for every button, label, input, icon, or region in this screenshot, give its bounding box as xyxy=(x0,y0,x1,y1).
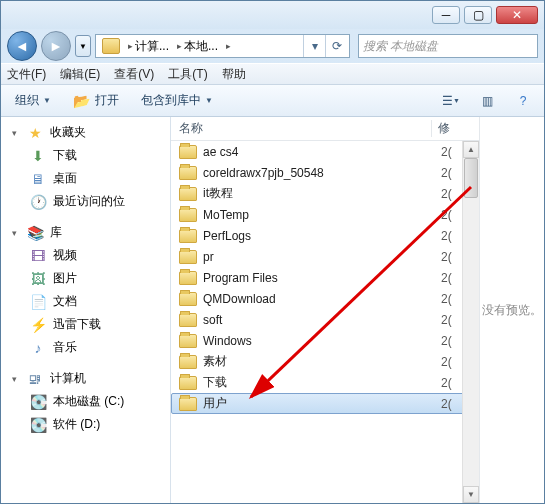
scroll-thumb[interactable] xyxy=(464,158,478,198)
computer-group[interactable]: ▾ 🖳 计算机 xyxy=(1,367,170,390)
path-icon xyxy=(102,38,120,54)
file-name: 用户 xyxy=(203,395,435,412)
collapse-icon: ▾ xyxy=(9,127,20,138)
minimize-button[interactable]: ─ xyxy=(432,6,460,24)
refresh-button[interactable]: ⟳ xyxy=(325,35,347,57)
col-name[interactable]: 名称 xyxy=(179,120,431,137)
folder-icon xyxy=(179,271,197,285)
menu-edit[interactable]: 编辑(E) xyxy=(60,66,100,83)
menu-help[interactable]: 帮助 xyxy=(222,66,246,83)
folder-icon xyxy=(179,292,197,306)
library-icon: 📚 xyxy=(26,225,44,241)
col-modified[interactable]: 修 xyxy=(431,120,471,137)
computer-icon: 🖳 xyxy=(26,371,44,387)
file-row[interactable]: Windows2( xyxy=(171,330,479,351)
search-input[interactable]: 搜索 本地磁盘 xyxy=(358,34,538,58)
file-row[interactable]: ae cs42( xyxy=(171,141,479,162)
file-name: Program Files xyxy=(203,271,435,285)
nav-music[interactable]: ♪音乐 xyxy=(1,336,170,359)
command-bar: 组织▼ 📂打开 包含到库中▼ ☰ ▼ ▥ ? xyxy=(1,85,544,117)
file-row[interactable]: MoTemp2( xyxy=(171,204,479,225)
nav-desktop[interactable]: 🖥桌面 xyxy=(1,167,170,190)
nav-documents[interactable]: 📄文档 xyxy=(1,290,170,313)
nav-downloads[interactable]: ⬇下载 xyxy=(1,144,170,167)
file-row[interactable]: coreldrawx7pjb_505482( xyxy=(171,162,479,183)
nav-video[interactable]: 🎞视频 xyxy=(1,244,170,267)
nav-tree: ▾ ★ 收藏夹 ⬇下载 🖥桌面 🕐最近访问的位 ▾ 📚 库 🎞视频 🖼图片 📄文… xyxy=(1,117,171,503)
address-bar[interactable]: ▸计算... ▸本地... ▸ ▾ ⟳ xyxy=(95,34,350,58)
menu-view[interactable]: 查看(V) xyxy=(114,66,154,83)
libraries-group[interactable]: ▾ 📚 库 xyxy=(1,221,170,244)
body: ▾ ★ 收藏夹 ⬇下载 🖥桌面 🕐最近访问的位 ▾ 📚 库 🎞视频 🖼图片 📄文… xyxy=(1,117,544,503)
view-mode-button[interactable]: ☰ ▼ xyxy=(438,90,464,112)
file-name: pr xyxy=(203,250,435,264)
file-name: 下载 xyxy=(203,374,435,391)
breadcrumb-seg[interactable]: 本地... xyxy=(184,38,218,55)
file-name: soft xyxy=(203,313,435,327)
folder-open-icon: 📂 xyxy=(73,93,91,109)
nav-thunder[interactable]: ⚡迅雷下载 xyxy=(1,313,170,336)
menu-tools[interactable]: 工具(T) xyxy=(168,66,207,83)
nav-pictures[interactable]: 🖼图片 xyxy=(1,267,170,290)
music-icon: ♪ xyxy=(29,340,47,356)
include-button[interactable]: 包含到库中▼ xyxy=(135,90,219,111)
folder-icon xyxy=(179,187,197,201)
folder-icon xyxy=(179,334,197,348)
nav-recent[interactable]: 🕐最近访问的位 xyxy=(1,190,170,213)
nav-toolbar: ◄ ► ▼ ▸计算... ▸本地... ▸ ▾ ⟳ 搜索 本地磁盘 xyxy=(1,29,544,63)
file-name: it教程 xyxy=(203,185,435,202)
forward-button[interactable]: ► xyxy=(41,31,71,61)
file-row[interactable]: PerfLogs2( xyxy=(171,225,479,246)
preview-pane-button[interactable]: ▥ xyxy=(474,90,500,112)
file-row[interactable]: soft2( xyxy=(171,309,479,330)
collapse-icon: ▾ xyxy=(9,227,20,238)
file-row[interactable]: QMDownload2( xyxy=(171,288,479,309)
folder-icon xyxy=(179,229,197,243)
breadcrumb-seg[interactable]: 计算... xyxy=(135,38,169,55)
help-icon[interactable]: ? xyxy=(510,90,536,112)
back-button[interactable]: ◄ xyxy=(7,31,37,61)
document-icon: 📄 xyxy=(29,294,47,310)
folder-icon xyxy=(179,313,197,327)
close-button[interactable]: ✕ xyxy=(496,6,538,24)
file-row[interactable]: it教程2( xyxy=(171,183,479,204)
file-name: ae cs4 xyxy=(203,145,435,159)
file-row[interactable]: Program Files2( xyxy=(171,267,479,288)
file-name: MoTemp xyxy=(203,208,435,222)
file-name: QMDownload xyxy=(203,292,435,306)
menu-file[interactable]: 文件(F) xyxy=(7,66,46,83)
column-header[interactable]: 名称 修 xyxy=(171,117,479,141)
file-row[interactable]: 下载2( xyxy=(171,372,479,393)
folder-icon xyxy=(179,376,197,390)
address-dropdown[interactable]: ▾ xyxy=(303,35,325,57)
file-row[interactable]: 素材2( xyxy=(171,351,479,372)
search-placeholder: 搜索 本地磁盘 xyxy=(363,38,438,55)
organize-button[interactable]: 组织▼ xyxy=(9,90,57,111)
video-icon: 🎞 xyxy=(29,248,47,264)
explorer-window: ─ ▢ ✕ ◄ ► ▼ ▸计算... ▸本地... ▸ ▾ ⟳ 搜索 本地磁盘 … xyxy=(0,0,545,504)
main-pane: 名称 修 ae cs42(coreldrawx7pjb_505482(it教程2… xyxy=(171,117,544,503)
titlebar: ─ ▢ ✕ xyxy=(1,1,544,29)
folder-icon xyxy=(179,355,197,369)
thunder-icon: ⚡ xyxy=(29,317,47,333)
desktop-icon: 🖥 xyxy=(29,171,47,187)
scrollbar[interactable]: ▲ ▼ xyxy=(462,141,479,503)
menubar: 文件(F) 编辑(E) 查看(V) 工具(T) 帮助 xyxy=(1,63,544,85)
disk-icon: 💽 xyxy=(29,417,47,433)
preview-pane: 没有预览。 xyxy=(479,117,544,503)
nav-drive-d[interactable]: 💽软件 (D:) xyxy=(1,413,170,436)
file-name: coreldrawx7pjb_50548 xyxy=(203,166,435,180)
open-button[interactable]: 📂打开 xyxy=(67,90,125,111)
scroll-down-button[interactable]: ▼ xyxy=(463,486,479,503)
folder-icon xyxy=(179,397,197,411)
scroll-up-button[interactable]: ▲ xyxy=(463,141,479,158)
maximize-button[interactable]: ▢ xyxy=(464,6,492,24)
nav-drive-c[interactable]: 💽本地磁盘 (C:) xyxy=(1,390,170,413)
folder-icon xyxy=(179,208,197,222)
history-dropdown[interactable]: ▼ xyxy=(75,35,91,57)
file-row[interactable]: 用户2( xyxy=(171,393,479,414)
favorites-group[interactable]: ▾ ★ 收藏夹 xyxy=(1,121,170,144)
folder-icon xyxy=(179,250,197,264)
file-row[interactable]: pr2( xyxy=(171,246,479,267)
collapse-icon: ▾ xyxy=(9,373,20,384)
